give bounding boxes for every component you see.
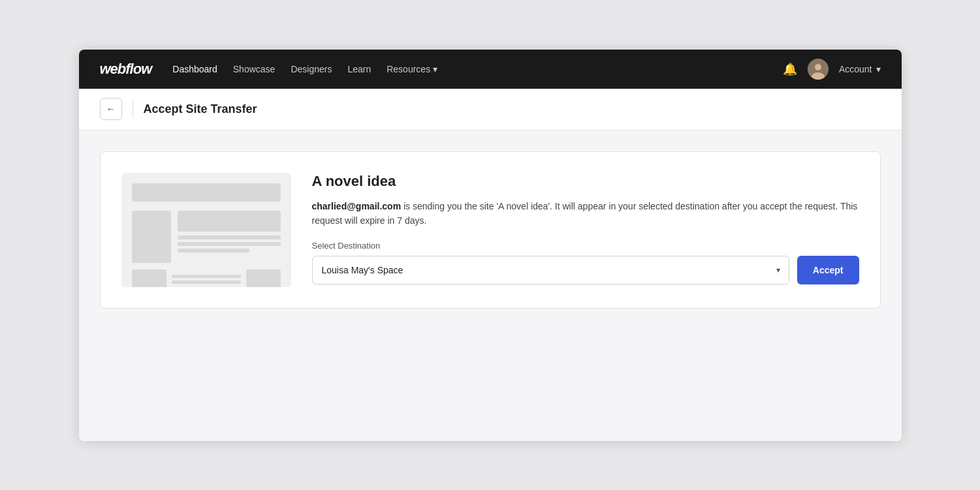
site-preview-thumbnail bbox=[121, 173, 291, 287]
preview-right-col bbox=[178, 211, 281, 263]
back-button[interactable]: ← bbox=[100, 98, 122, 120]
destination-select[interactable]: Louisa May's Space bbox=[312, 256, 789, 284]
header-divider bbox=[133, 100, 133, 118]
account-label: Account bbox=[839, 64, 872, 74]
page-header: ← Accept Site Transfer bbox=[79, 89, 902, 130]
navbar-right: 🔔 Account ▾ bbox=[783, 59, 881, 80]
preview-bottom-lines bbox=[172, 269, 241, 287]
sender-email: charlied@gmail.com bbox=[312, 201, 402, 211]
back-arrow-icon: ← bbox=[106, 104, 116, 114]
preview-top-block bbox=[178, 211, 281, 232]
preview-line-2 bbox=[178, 242, 281, 246]
preview-bottom-row bbox=[132, 269, 281, 287]
nav-resources[interactable]: Resources ▾ bbox=[387, 64, 437, 74]
preview-left-block bbox=[132, 211, 171, 263]
webflow-logo[interactable]: webflow bbox=[100, 61, 152, 78]
select-destination-label: Select Destination bbox=[312, 241, 859, 251]
preview-bottom-line-1 bbox=[172, 275, 241, 278]
preview-line-3 bbox=[178, 249, 250, 253]
svg-point-1 bbox=[815, 64, 821, 70]
navbar: webflow Dashboard Showcase Designers Lea… bbox=[79, 50, 902, 89]
transfer-description: charlied@gmail.com is sending you the si… bbox=[312, 199, 859, 228]
preview-lines bbox=[178, 236, 281, 263]
notification-bell-icon[interactable]: 🔔 bbox=[783, 62, 797, 76]
accept-button[interactable]: Accept bbox=[797, 256, 859, 284]
transfer-info: A novel idea charlied@gmail.com is sendi… bbox=[312, 173, 859, 285]
account-button[interactable]: Account ▾ bbox=[839, 64, 881, 74]
nav-resources-label: Resources bbox=[387, 64, 430, 74]
preview-bottom-block-1 bbox=[132, 269, 166, 287]
account-chevron-icon: ▾ bbox=[876, 64, 881, 74]
nav-designers[interactable]: Designers bbox=[291, 61, 332, 77]
nav-dashboard[interactable]: Dashboard bbox=[172, 61, 217, 77]
main-area: A novel idea charlied@gmail.com is sendi… bbox=[79, 130, 902, 329]
page-title: Accept Site Transfer bbox=[144, 102, 257, 116]
preview-header bbox=[132, 183, 281, 202]
transfer-card: A novel idea charlied@gmail.com is sendi… bbox=[100, 151, 881, 309]
preview-bottom-block-2 bbox=[246, 269, 281, 287]
avatar-image bbox=[808, 59, 829, 80]
nav-showcase[interactable]: Showcase bbox=[233, 61, 276, 77]
avatar bbox=[808, 59, 829, 80]
preview-bottom-line-2 bbox=[172, 281, 241, 284]
page-content: ← Accept Site Transfer bbox=[79, 89, 902, 441]
browser-window: webflow Dashboard Showcase Designers Lea… bbox=[79, 50, 902, 441]
preview-content-row bbox=[132, 211, 281, 263]
destination-select-wrapper: Louisa May's Space ▾ bbox=[312, 256, 789, 284]
resources-chevron-icon: ▾ bbox=[433, 64, 437, 74]
site-name: A novel idea bbox=[312, 173, 859, 190]
nav-learn[interactable]: Learn bbox=[347, 61, 371, 77]
destination-row: Louisa May's Space ▾ Accept bbox=[312, 256, 859, 284]
preview-line-1 bbox=[178, 236, 281, 239]
